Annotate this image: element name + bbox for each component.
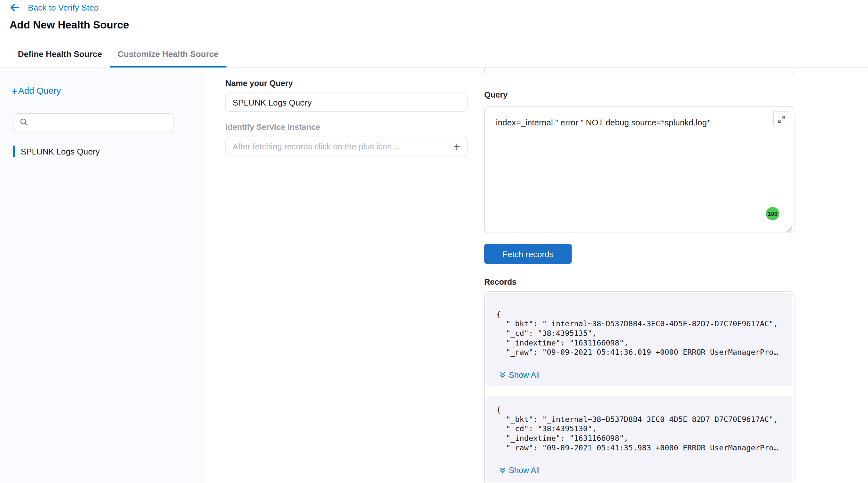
query-search	[13, 113, 173, 132]
query-sidebar: + Add Query SPLUNK Logs Query	[0, 68, 202, 483]
query-input[interactable]: index=_internal " error " NOT debug sour…	[496, 117, 766, 128]
add-service-instance-icon[interactable]: +	[450, 141, 467, 153]
json-line: "_indextime": "1631166098",	[487, 433, 792, 443]
record-json: { "_bkt": "_internal~38~D537D8B4-3EC0-4D…	[487, 310, 792, 357]
records-panel: { "_bkt": "_internal~38~D537D8B4-3EC0-4D…	[484, 291, 795, 483]
partial-field[interactable]	[484, 68, 795, 76]
fetch-records-button[interactable]: Fetch records	[484, 244, 572, 264]
double-chevron-down-icon	[499, 467, 506, 474]
json-line: "_raw": "09-09-2021 05:41:36.019 +0000 E…	[487, 348, 792, 357]
content-area: + Add Query SPLUNK Logs Query	[0, 68, 868, 483]
record-card: { "_bkt": "_internal~38~D537D8B4-3EC0-4D…	[487, 293, 792, 386]
json-line: "_cd": "38:4395130",	[487, 424, 792, 434]
resize-handle[interactable]	[786, 225, 793, 232]
back-link[interactable]: Back to Verify Step	[28, 3, 98, 12]
search-input[interactable]	[32, 118, 173, 127]
add-query-label: Add Query	[18, 86, 61, 96]
query-name-input[interactable]	[225, 93, 468, 112]
show-all-link[interactable]: Show All	[499, 466, 792, 475]
tab-define-health-source[interactable]: Define Health Source	[10, 42, 110, 67]
add-health-source-page: Back to Verify Step Add New Health Sourc…	[0, 0, 868, 483]
json-line: "_cd": "38:4395135",	[487, 329, 792, 338]
search-icon	[20, 117, 28, 128]
json-line: "_bkt": "_internal~38~D537D8B4-3EC0-4D5E…	[487, 319, 792, 329]
query-editor: index=_internal " error " NOT debug sour…	[484, 106, 795, 233]
json-line: {	[487, 405, 792, 415]
selected-indicator	[13, 146, 15, 157]
tab-bar: Define Health Source Customize Health So…	[0, 42, 868, 68]
service-instance-input[interactable]	[226, 142, 450, 151]
add-query-button[interactable]: + Add Query	[11, 85, 61, 97]
page-header: Back to Verify Step Add New Health Sourc…	[0, 0, 868, 42]
back-arrow-icon[interactable]	[10, 3, 20, 12]
show-all-label: Show All	[509, 370, 540, 380]
expand-icon[interactable]	[773, 111, 789, 127]
service-instance-field: +	[225, 137, 468, 156]
tab-customize-health-source[interactable]: Customize Health Source	[110, 42, 226, 67]
name-query-label: Name your Query	[225, 79, 293, 88]
record-count-badge: 100	[766, 207, 779, 220]
back-to-verify[interactable]: Back to Verify Step	[10, 3, 98, 12]
double-chevron-down-icon	[499, 372, 506, 379]
app-window: Back to Verify Step Add New Health Sourc…	[0, 0, 868, 483]
show-all-link[interactable]: Show All	[499, 370, 792, 380]
json-line: "_raw": "09-09-2021 05:41:35.983 +0000 E…	[487, 443, 792, 453]
record-json: { "_bkt": "_internal~38~D537D8B4-3EC0-4D…	[487, 405, 792, 452]
sidebar-item-label: SPLUNK Logs Query	[21, 147, 100, 156]
page-title: Add New Health Source	[9, 19, 129, 31]
records-label: Records	[484, 277, 517, 286]
query-label: Query	[484, 91, 507, 99]
json-line: "_indextime": "1631166098",	[487, 338, 792, 348]
show-all-label: Show All	[509, 466, 540, 475]
service-instance-label: Identify Service Instance	[225, 123, 320, 132]
json-line: {	[487, 310, 792, 319]
plus-icon: +	[11, 85, 18, 97]
json-line: "_bkt": "_internal~38~D537D8B4-3EC0-4D5E…	[487, 415, 792, 424]
sidebar-item-query[interactable]: SPLUNK Logs Query	[13, 146, 100, 157]
record-card: { "_bkt": "_internal~38~D537D8B4-3EC0-4D…	[487, 396, 792, 481]
